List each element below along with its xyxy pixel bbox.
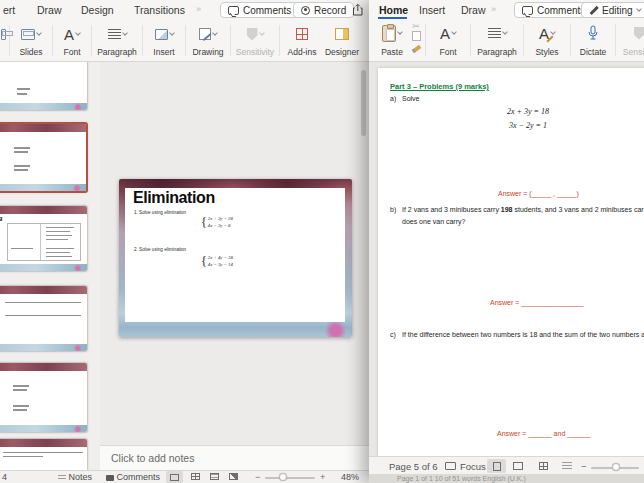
chevron-more-icon[interactable]: » [491, 4, 496, 14]
thumb-texture-top [0, 439, 87, 447]
draft-view-icon [539, 462, 548, 470]
chevron-down-icon [36, 30, 42, 36]
tab-home[interactable]: Home [379, 4, 408, 16]
chevron-down-icon [502, 29, 508, 35]
sensitivity-button[interactable]: Sensitivity [618, 19, 644, 61]
tab-draw[interactable]: Draw [461, 4, 486, 16]
zoom-slider-handle[interactable] [612, 463, 620, 471]
paragraph-button[interactable]: Paragraph [473, 19, 521, 61]
document-page[interactable]: Part 3 – Problems (9 marks) a) Solve 2x … [378, 68, 644, 456]
question-b-bold-198: 198 [501, 206, 513, 213]
cut-icon[interactable]: ✂ [412, 22, 420, 31]
focus-toggle[interactable]: Focus [460, 461, 486, 472]
slide-thumbnail-1[interactable] [0, 62, 88, 111]
add-ins-button[interactable]: Add-ins [282, 20, 322, 61]
comments-button[interactable]: Comments [220, 2, 299, 18]
paragraph-icon [108, 29, 121, 39]
normal-view-icon [170, 474, 179, 481]
slide-canvas[interactable]: Elimination 1. Solve using elimination {… [100, 62, 370, 445]
zoom-in-icon[interactable]: + [320, 472, 325, 482]
share-icon[interactable] [351, 3, 365, 17]
designer-button[interactable]: Designer [322, 20, 362, 61]
print-layout-button-selected[interactable] [487, 459, 506, 473]
slide-editor[interactable]: Elimination 1. Solve using elimination {… [119, 179, 352, 337]
font-button[interactable]: A Font [55, 20, 89, 61]
notes-toggle[interactable]: Notes [58, 472, 92, 482]
slide-sorter-button[interactable] [191, 472, 200, 482]
paste-button[interactable]: Paste [375, 19, 409, 61]
zoom-slider-handle[interactable] [279, 473, 287, 481]
font-button[interactable]: A Font [428, 19, 468, 61]
word-toolbar: Paste ✂ A Font Paragraph A Styles [369, 19, 644, 62]
tab-draw[interactable]: Draw [37, 4, 62, 16]
thumb-texture-top [0, 363, 87, 371]
slide-thumbnail-6[interactable] [0, 438, 88, 470]
print-layout-icon [493, 462, 501, 471]
notes-pane[interactable]: Click to add notes [100, 445, 370, 470]
slide-thumbnail-5[interactable] [0, 362, 88, 433]
chevron-down-icon [122, 30, 128, 36]
slides-button[interactable]: Slides [12, 20, 50, 61]
dictate-button[interactable]: Dictate [573, 19, 613, 61]
thumbnail-title-fragment: following [0, 215, 2, 221]
zoom-level[interactable]: 48% [341, 472, 359, 482]
styles-button[interactable]: A Styles [526, 19, 568, 61]
tab-transitions[interactable]: Transitions [134, 4, 185, 16]
toolbar-partial-button[interactable] [0, 20, 7, 61]
slide-thumbnail-3[interactable]: following [0, 205, 88, 272]
copy-icon[interactable] [414, 33, 421, 41]
editing-button[interactable]: Editing [581, 2, 644, 18]
slide-eq2: 4x − 3y = 8 [208, 223, 233, 230]
microphone-icon [587, 25, 599, 42]
question-c-text: If the difference between two numbers is… [402, 331, 644, 338]
canvas-scrollbar[interactable] [361, 70, 366, 136]
reading-view-icon [210, 473, 219, 480]
slide-thumbnail-4[interactable] [0, 285, 88, 352]
thumb-texture-bottom [0, 184, 86, 191]
reading-view-button[interactable] [210, 472, 219, 482]
toolbar-divider [52, 25, 53, 56]
slide-problem1-equations[interactable]: { 2x + 3y = 28 4x − 3y = 8 [201, 215, 233, 230]
zoom-out-icon[interactable]: − [581, 461, 587, 472]
answer-c-line: Answer = ______ and ______ [497, 430, 591, 437]
slide-problem1-label[interactable]: 1. Solve using elimination [134, 210, 186, 215]
drawing-button[interactable]: Drawing [188, 20, 228, 61]
normal-view-button-selected[interactable] [166, 471, 183, 483]
equation-1: 2x + 3y = 18 [483, 107, 573, 116]
slide-problem2-equations[interactable]: { 2x + 4y = 38 4x − 3y = 14 [201, 254, 233, 269]
toolbar-divider [230, 25, 231, 56]
slide-thumbnail-2-selected[interactable] [0, 122, 88, 193]
thumbnail-text-line [17, 88, 30, 90]
chevron-more-icon[interactable]: » [196, 4, 201, 14]
draft-view-button[interactable] [539, 461, 548, 472]
thumbnail-text-line [13, 409, 27, 411]
slide-problem2-label[interactable]: 2. Solve using elimination [134, 247, 186, 252]
chevron-down-icon [636, 6, 642, 12]
slide-content-area[interactable]: Elimination 1. Solve using elimination {… [125, 188, 345, 322]
comments-toggle[interactable]: Comments [106, 472, 160, 482]
record-button[interactable]: Record [293, 2, 354, 18]
slideshow-icon [229, 473, 238, 480]
web-layout-button[interactable] [513, 461, 523, 472]
toolbar-divider [91, 25, 92, 56]
zoom-out-icon[interactable]: − [255, 472, 260, 482]
outline-view-button[interactable] [562, 461, 572, 472]
zoom-slider-track[interactable] [265, 477, 315, 479]
slide-title[interactable]: Elimination [133, 189, 215, 207]
toolbar-divider [570, 24, 571, 56]
slide-eq4: 4x − 3y = 14 [208, 262, 233, 269]
comment-bubble-icon [522, 6, 533, 15]
tab-design[interactable]: Design [81, 4, 114, 16]
paragraph-button[interactable]: Paragraph [94, 20, 140, 61]
slides-icon [21, 29, 35, 40]
format-painter-icon[interactable] [411, 45, 421, 53]
sensitivity-button[interactable]: Sensitivity [233, 20, 277, 61]
slideshow-button[interactable] [229, 472, 238, 482]
toolbar-divider [185, 25, 186, 56]
tab-insert[interactable]: Insert [419, 4, 445, 16]
tab-insert-partial[interactable]: ert [3, 4, 15, 16]
record-button-label: Record [314, 5, 346, 16]
focus-icon [445, 462, 456, 470]
insert-button[interactable]: Insert [145, 20, 183, 61]
page-indicator[interactable]: Page 5 of 6 [389, 461, 438, 472]
